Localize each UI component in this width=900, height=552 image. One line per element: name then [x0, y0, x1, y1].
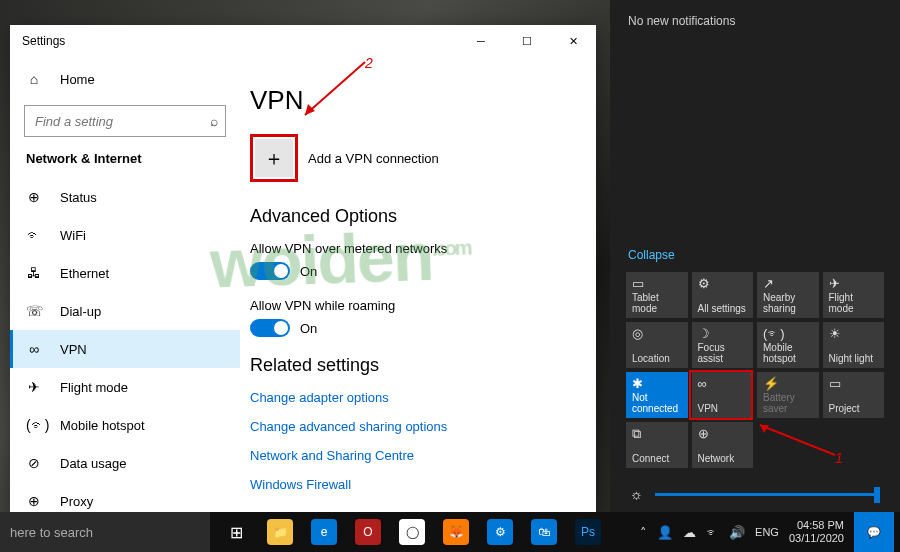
maximize-button[interactable]: ☐	[504, 25, 550, 57]
tile-label: Project	[829, 403, 879, 414]
main-pane: VPN ＋ Add a VPN connection Advanced Opti…	[240, 57, 596, 512]
nav-icon: ⊕	[26, 493, 42, 509]
nav-icon: (ᯤ)	[26, 417, 42, 433]
taskbar-search[interactable]: here to search	[0, 512, 210, 552]
app-settings[interactable]: ⚙	[480, 512, 520, 552]
tray-clock[interactable]: 04:58 PM 03/11/2020	[789, 519, 844, 545]
tile-label: Nearby sharing	[763, 292, 813, 314]
opt-roaming-label: Allow VPN while roaming	[250, 298, 576, 313]
nav-icon: ☏	[26, 303, 42, 319]
nav-item-dial-up[interactable]: ☏Dial-up	[10, 292, 240, 330]
toggle-roaming[interactable]	[250, 319, 290, 337]
tile-icon: ⚙	[698, 276, 748, 291]
tile-network[interactable]: ⊕Network	[692, 422, 754, 468]
tile-flight-mode[interactable]: ✈Flight mode	[823, 272, 885, 318]
tile-focus-assist[interactable]: ☽Focus assist	[692, 322, 754, 368]
tile-icon: (ᯤ)	[763, 326, 813, 341]
tray-date: 03/11/2020	[789, 532, 844, 545]
system-tray: ˄ 👤 ☁ ᯤ 🔊 ENG 04:58 PM 03/11/2020 💬	[640, 512, 900, 552]
home-label: Home	[60, 72, 95, 87]
tray-people-icon[interactable]: 👤	[657, 525, 673, 540]
brightness-slider[interactable]	[655, 493, 880, 496]
nav-item-data-usage[interactable]: ⊘Data usage	[10, 444, 240, 482]
tile-not-connected[interactable]: ✱Not connected	[626, 372, 688, 418]
tile-icon: ▭	[829, 376, 879, 391]
tile-label: Focus assist	[698, 342, 748, 364]
tray-wifi-icon[interactable]: ᯤ	[706, 525, 719, 540]
app-chrome[interactable]: ◯	[392, 512, 432, 552]
tile-label: Connect	[632, 453, 682, 464]
related-link[interactable]: Change advanced sharing options	[250, 419, 576, 434]
toggle-metered-state: On	[300, 264, 317, 279]
nav-label: Data usage	[60, 456, 127, 471]
tile-location[interactable]: ◎Location	[626, 322, 688, 368]
tile-connect[interactable]: ⧉Connect	[626, 422, 688, 468]
minimize-button[interactable]: ─	[458, 25, 504, 57]
tile-icon: ⚡	[763, 376, 813, 391]
action-center: No new notifications Collapse ▭Tablet mo…	[610, 0, 900, 512]
app-store[interactable]: 🛍	[524, 512, 564, 552]
tile-night-light[interactable]: ☀Night light	[823, 322, 885, 368]
nav-icon: ⊘	[26, 455, 42, 471]
tray-time: 04:58 PM	[789, 519, 844, 532]
nav-item-status[interactable]: ⊕Status	[10, 178, 240, 216]
notification-center-button[interactable]: 💬	[854, 512, 894, 552]
task-view-icon[interactable]: ⊞	[216, 512, 256, 552]
toggle-metered[interactable]	[250, 262, 290, 280]
tile-nearby-sharing[interactable]: ↗Nearby sharing	[757, 272, 819, 318]
related-link[interactable]: Network and Sharing Centre	[250, 448, 576, 463]
app-file-explorer[interactable]: 📁	[260, 512, 300, 552]
app-opera[interactable]: O	[348, 512, 388, 552]
app-firefox[interactable]: 🦊	[436, 512, 476, 552]
related-link[interactable]: Change adapter options	[250, 390, 576, 405]
no-notifications-label: No new notifications	[610, 0, 900, 42]
app-photoshop[interactable]: Ps	[568, 512, 608, 552]
annotation-label-1: 1	[835, 450, 843, 466]
opt-metered-label: Allow VPN over metered networks	[250, 241, 576, 256]
tile-tablet-mode[interactable]: ▭Tablet mode	[626, 272, 688, 318]
home-nav[interactable]: ⌂ Home	[10, 61, 240, 97]
tile-icon: ∞	[698, 376, 748, 391]
tile-icon: ✈	[829, 276, 879, 291]
tray-onedrive-icon[interactable]: ☁	[683, 525, 696, 540]
nav-icon: 🖧	[26, 265, 42, 281]
nav-label: Ethernet	[60, 266, 109, 281]
nav-item-proxy[interactable]: ⊕Proxy	[10, 482, 240, 512]
tray-volume-icon[interactable]: 🔊	[729, 525, 745, 540]
tile-label: Not connected	[632, 392, 682, 414]
settings-window: Settings ─ ☐ ✕ ⌂ Home ⌕ Network & Intern…	[10, 25, 596, 512]
nav-item-vpn[interactable]: ∞VPN	[10, 330, 240, 368]
annotation-highlight-add: ＋	[250, 134, 298, 182]
collapse-link[interactable]: Collapse	[610, 248, 900, 272]
brightness-icon: ☼	[630, 486, 643, 502]
tile-mobile-hotspot[interactable]: (ᯤ)Mobile hotspot	[757, 322, 819, 368]
close-button[interactable]: ✕	[550, 25, 596, 57]
tile-icon: ◎	[632, 326, 682, 341]
nav-item-flight-mode[interactable]: ✈Flight mode	[10, 368, 240, 406]
tile-label: Tablet mode	[632, 292, 682, 314]
search-wrap: ⌕	[24, 105, 226, 137]
app-edge[interactable]: e	[304, 512, 344, 552]
nav-item-wifi[interactable]: ᯤWiFi	[10, 216, 240, 254]
nav-item-mobile-hotspot[interactable]: (ᯤ)Mobile hotspot	[10, 406, 240, 444]
tray-language[interactable]: ENG	[755, 526, 779, 538]
tray-chevron-up-icon[interactable]: ˄	[640, 525, 647, 540]
search-input[interactable]	[24, 105, 226, 137]
page-title: VPN	[250, 85, 576, 116]
tile-icon: ☀	[829, 326, 879, 341]
tile-label: Flight mode	[829, 292, 879, 314]
tile-battery-saver[interactable]: ⚡Battery saver	[757, 372, 819, 418]
brightness-row: ☼	[610, 476, 900, 512]
tile-all-settings[interactable]: ⚙All settings	[692, 272, 754, 318]
related-link[interactable]: Windows Firewall	[250, 477, 576, 492]
add-vpn-button[interactable]: ＋	[255, 139, 293, 177]
nav-item-ethernet[interactable]: 🖧Ethernet	[10, 254, 240, 292]
home-icon: ⌂	[26, 71, 42, 87]
tile-icon: ⧉	[632, 426, 682, 442]
tile-icon: ▭	[632, 276, 682, 291]
add-vpn-label: Add a VPN connection	[308, 151, 439, 166]
add-vpn-row[interactable]: ＋ Add a VPN connection	[250, 134, 576, 182]
tile-vpn[interactable]: ∞VPN	[692, 372, 754, 418]
tile-project[interactable]: ▭Project	[823, 372, 885, 418]
nav-icon: ᯤ	[26, 227, 42, 243]
